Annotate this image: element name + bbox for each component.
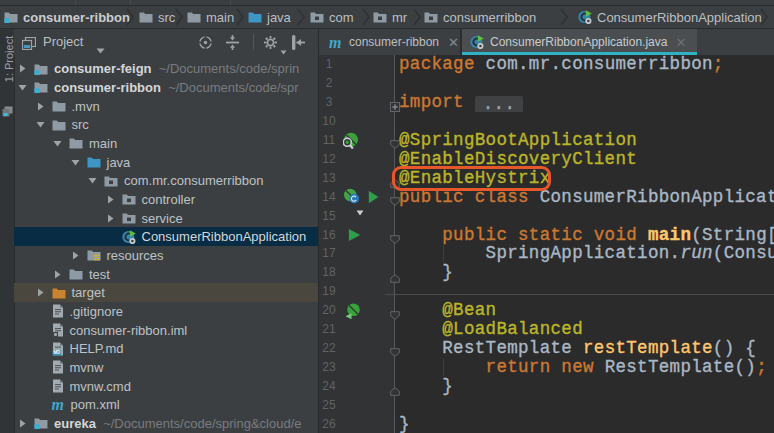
svg-text:MD: MD (53, 350, 61, 355)
